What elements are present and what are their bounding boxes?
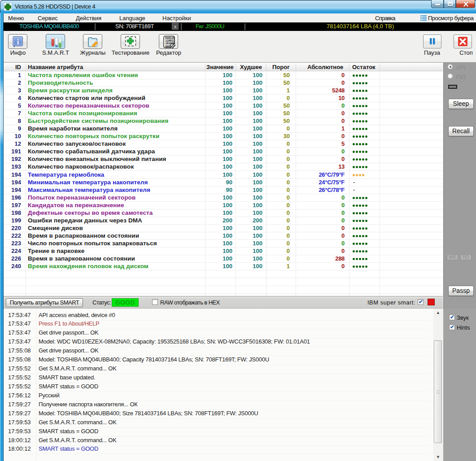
svg-text:i: i bbox=[17, 38, 19, 46]
svg-text:0001: 0001 bbox=[165, 45, 171, 48]
